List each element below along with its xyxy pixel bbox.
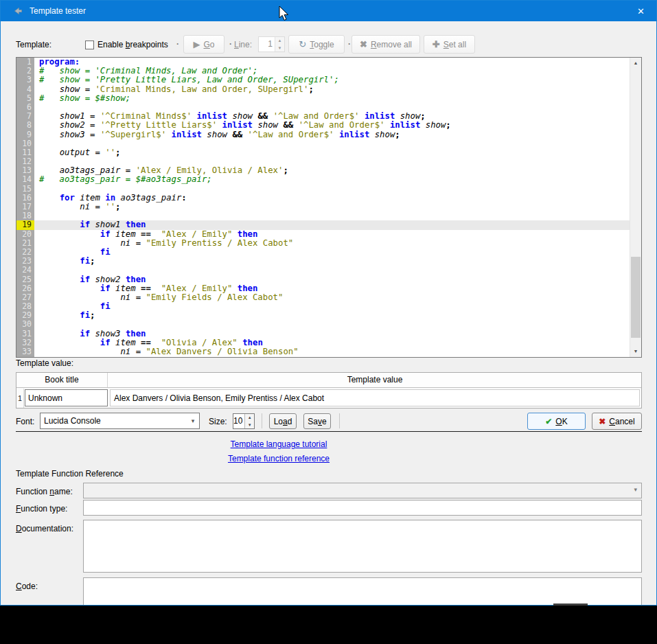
editor-scrollbar[interactable]: ▲ ▼ <box>630 58 641 357</box>
line-number: 30 <box>16 320 34 329</box>
scroll-up-icon[interactable]: ▲ <box>630 58 641 69</box>
line-number: 1 <box>16 58 34 67</box>
spin-up-icon[interactable]: ▲ <box>275 37 284 45</box>
set-all-icon: ✚ <box>433 39 440 49</box>
row-number: 1 <box>16 389 24 408</box>
toggle-label: Toggle <box>310 40 334 49</box>
font-label: Font: <box>16 417 34 426</box>
line-label: Line: <box>234 40 252 49</box>
function-name-label: Function name: <box>16 487 73 496</box>
function-name-combobox[interactable]: ▾ <box>83 483 642 498</box>
toggle-icon: ↻ <box>299 39 306 49</box>
remove-all-label: Remove all <box>371 40 412 49</box>
toolbar-separator-dot: · <box>348 39 351 49</box>
go-button[interactable]: ▶ Go <box>183 35 224 54</box>
ok-check-icon: ✔ <box>545 417 552 426</box>
line-number: 8 <box>16 121 34 130</box>
template-value-table: Book title Template value 1 Unknown Alex… <box>16 372 642 409</box>
code-textarea[interactable] <box>83 577 642 606</box>
remove-all-icon: ✖ <box>360 39 367 49</box>
toolbar-separator-dot: · <box>176 39 179 49</box>
load-button[interactable]: Load <box>269 413 297 429</box>
ok-button[interactable]: ✔ OK <box>527 413 586 430</box>
font-combobox[interactable]: Lucida Console ▾ <box>40 413 200 429</box>
enable-breakpoints-label[interactable]: Enable breakpoints <box>97 40 168 49</box>
code-line-5[interactable]: 5# show = $#show; <box>16 94 630 103</box>
close-icon: ✕ <box>637 6 645 16</box>
line-number: 26 <box>16 284 34 293</box>
template-code-editor[interactable]: 1program:2# show = 'Criminal Minds, Law … <box>16 57 642 358</box>
spin-down-icon[interactable]: ▼ <box>245 422 254 429</box>
enable-breakpoints-checkbox[interactable] <box>85 41 94 49</box>
separator <box>339 413 340 428</box>
table-header-row: Book title Template value <box>16 373 641 388</box>
spin-down-icon[interactable]: ▼ <box>275 45 284 52</box>
font-value: Lucida Console <box>41 416 187 426</box>
divider <box>16 431 642 432</box>
template-tester-window: Template tester ✕ Template: Enable break… <box>0 0 657 606</box>
line-number: 14 <box>16 175 34 184</box>
separator <box>262 413 262 428</box>
line-number: 6 <box>16 103 34 112</box>
code-line-23[interactable]: 23 fi; <box>16 257 630 266</box>
template-function-reference-link[interactable]: Template function reference <box>228 454 330 463</box>
template-value-header: Template value <box>108 373 641 387</box>
code-line-33[interactable]: 33 ni = "Alex Danvers / Olivia Benson" <box>16 347 630 356</box>
documentation-textarea[interactable] <box>83 520 642 573</box>
set-all-label: Set all <box>443 40 466 49</box>
line-number: 21 <box>16 239 34 248</box>
spin-up-icon[interactable]: ▲ <box>245 414 254 422</box>
line-number: 15 <box>16 185 34 194</box>
function-type-input[interactable] <box>83 500 642 516</box>
code-line-14[interactable]: 14# ao3tags_pair = $#ao3tags_pair; <box>16 175 630 184</box>
line-number: 4 <box>16 85 34 94</box>
table-row: 1 Unknown Alex Danvers / Olivia Benson, … <box>16 389 641 408</box>
size-spinner[interactable]: 10 ▲ ▼ <box>233 413 255 429</box>
cancel-button[interactable]: ✖ Cancel <box>592 413 642 430</box>
line-number: 20 <box>16 230 34 239</box>
code-line-22[interactable]: 22 fi <box>16 248 630 257</box>
toolbar-separator-dot: · <box>229 39 232 49</box>
code-line-28[interactable]: 28 fi <box>16 302 630 311</box>
code-line-29[interactable]: 29 fi; <box>16 311 630 320</box>
save-label: Save <box>308 417 326 426</box>
code-line-17[interactable]: 17 ni = ''; <box>16 203 630 211</box>
desktop-background <box>0 606 657 644</box>
template-value-cell: Alex Danvers / Olivia Benson, Emily Pren… <box>110 389 640 406</box>
line-number: 3 <box>16 76 34 84</box>
chevron-down-icon: ▾ <box>187 417 199 424</box>
line-number: 24 <box>16 266 34 275</box>
load-label: Load <box>274 417 292 426</box>
window-icon <box>12 5 23 16</box>
line-number: 5 <box>16 94 34 103</box>
set-all-button[interactable]: ✚ Set all <box>424 35 475 54</box>
function-type-label: Function type: <box>16 504 67 514</box>
go-label: Go <box>203 40 214 49</box>
line-number: 33 <box>16 347 34 356</box>
size-value: 10 <box>233 414 244 428</box>
size-label: Size: <box>209 417 227 426</box>
mouse-cursor <box>279 5 290 22</box>
line-number: 2 <box>16 67 34 76</box>
template-function-reference-title: Template Function Reference <box>16 469 124 479</box>
window-title: Template tester <box>30 6 86 16</box>
line-number: 7 <box>16 112 34 121</box>
close-button[interactable]: ✕ <box>625 1 656 21</box>
toggle-button[interactable]: ↻ Toggle <box>288 35 345 54</box>
remove-all-button[interactable]: ✖ Remove all <box>351 35 420 54</box>
line-spinner[interactable]: 1 ▲ ▼ <box>258 36 285 52</box>
book-title-header: Book title <box>16 373 108 387</box>
template-language-tutorial-link[interactable]: Template language tutorial <box>231 439 327 449</box>
line-number: 19 <box>16 220 34 229</box>
code-lines[interactable]: 1program:2# show = 'Criminal Minds, Law … <box>16 58 630 357</box>
code-line-11[interactable]: 11 output = ''; <box>16 148 630 157</box>
code-line-9[interactable]: 9 show3 = '^Supergirl$' inlist show && '… <box>16 130 630 139</box>
scrollbar-thumb[interactable] <box>631 257 641 338</box>
scroll-down-icon[interactable]: ▼ <box>630 346 641 357</box>
titlebar[interactable]: Template tester ✕ <box>1 1 656 21</box>
line-number: 10 <box>16 139 34 148</box>
line-number: 31 <box>16 330 34 338</box>
save-button[interactable]: Save <box>303 413 331 429</box>
cancel-label: Cancel <box>609 417 634 426</box>
book-title-cell[interactable]: Unknown <box>25 389 108 406</box>
